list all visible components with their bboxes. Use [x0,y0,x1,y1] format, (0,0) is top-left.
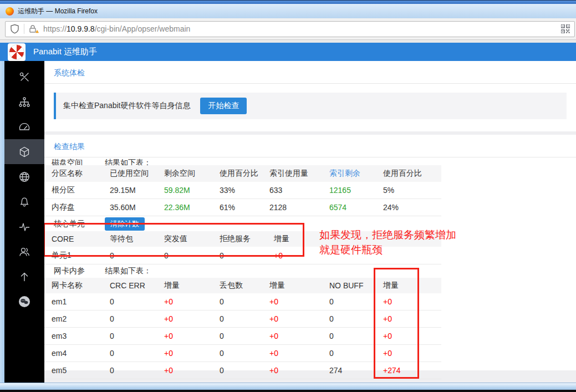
col-header-link[interactable]: 索引剩余 [329,169,383,179]
nic-section-row: 网卡内参 结果如下表： [44,264,576,278]
tracking-protection-shield-icon[interactable] [10,24,19,34]
col-header: 增量 [164,281,220,291]
col-header: CORE [52,235,110,243]
sidebar-item-dashboard[interactable] [4,114,44,139]
disk-space-clipped-row: 磁盘空间 结果如下表： [44,157,576,165]
col-header: 网卡名称 [52,281,110,291]
sidebar-item-upload[interactable] [4,264,44,289]
users-icon [18,246,30,258]
col-header: CRC ERR [110,281,164,290]
qr-code-icon[interactable] [561,24,570,33]
url-path: /cgi-bin/App/opser/webmain [95,24,191,33]
urlbar-separator [24,24,24,34]
table-row: em1 0 +0 0 +0 0 +0 [44,293,441,310]
col-header: 丢包数 [220,281,269,291]
sidebar-item-topology[interactable] [4,89,44,114]
col-header: NO BUFF [329,281,383,290]
col-header: 增量 [269,281,329,291]
sidebar-item-monitor[interactable] [4,214,44,239]
window-bottom-border [0,383,576,392]
pulse-icon [18,221,30,233]
system-check-card: 系统体检 集中检查Panabit硬件软件等自身信息 开始检查 [44,61,576,131]
table-row: em4 0 +0 0 +0 0 +0 [44,345,441,362]
url-text[interactable]: https://10.9.9.8/cgi-bin/App/opser/webma… [43,24,190,33]
nic-label: 网卡内参 [54,266,105,276]
clear-count-button[interactable]: 清除计数 [105,217,145,231]
results-title: 检查结果 [44,135,576,157]
sidebar-item-alerts[interactable] [4,189,44,214]
col-header: 索引使用量 [269,169,329,179]
url-host: 10.9.9.8 [67,24,95,33]
table-row: em3 0 +0 0 +0 0 +0 [44,328,441,345]
results-card: 检查结果 磁盘空间 结果如下表： 分区名称 已使用空间 剩余空间 使用百分比 索… [44,135,576,370]
table-row: 根分区 29.15M 59.82M 33% 633 12165 5% [44,182,441,199]
core-table: CORE 等待包 突发值 拒绝服务 增量 单元1 0 0 0 +0 [44,231,576,264]
table-row: em5 0 +0 0 +0 274 +274 [44,362,441,379]
table-row: 内存盘 35.60M 22.36M 61% 2128 6574 24% [44,199,441,216]
disk-space-note: 结果如下表： [105,157,151,165]
col-header: 使用百分比 [220,169,269,179]
start-check-button[interactable]: 开始检查 [200,98,247,114]
col-header: 分区名称 [52,169,110,179]
core-section-row: 核心单元 清除计数 [44,216,576,231]
sidebar-item-users[interactable] [4,239,44,264]
tools-icon [18,71,30,83]
window-titlebar[interactable]: 运维助手 — Mozilla Firefox [0,4,576,18]
annotation-text: 如果发现，拒绝服务频繁增加 就是硬件瓶颈 [319,227,456,257]
browser-window: 运维助手 — Mozilla Firefox https://10.9.9.8/… [0,0,576,392]
col-header: 剩余空间 [164,169,220,179]
window-top-border [0,0,576,4]
wechat-icon [18,295,31,308]
col-header: 已使用空间 [110,169,164,179]
table-row: em2 0 +0 0 +0 0 +0 [44,310,441,328]
dashboard-icon [18,121,30,133]
sidebar-nav [4,61,44,383]
app-header: Panabit 运维助手 [0,43,576,61]
sidebar-item-network[interactable] [4,164,44,189]
disk-table-header: 分区名称 已使用空间 剩余空间 使用百分比 索引使用量 索引剩余 使用百分比 [44,165,441,182]
col-header: 突发值 [164,234,220,244]
firefox-icon [6,7,14,16]
url-bar[interactable]: https://10.9.9.8/cgi-bin/App/opser/webma… [5,21,575,37]
col-header: 使用百分比 [383,169,441,179]
sidebar-item-system-check[interactable] [4,139,44,164]
app-brand-title: Panabit 运维助手 [33,47,97,57]
nic-table-header: 网卡名称 CRC ERR 增量 丢包数 增量 NO BUFF 增量 [44,278,441,293]
disk-space-label: 磁盘空间 [52,157,105,165]
main-content: 系统体检 集中检查Panabit硬件软件等自身信息 开始检查 检查结果 磁盘空间… [44,61,576,383]
system-check-title: 系统体检 [44,61,576,84]
sidebar-item-wechat[interactable] [4,289,44,314]
nic-note: 结果如下表： [105,266,151,276]
system-check-info-box: 集中检查Panabit硬件软件等自身信息 开始检查 [54,93,567,119]
window-left-border [0,61,4,383]
globe-icon [18,171,30,183]
panabit-logo [8,43,26,61]
nic-table: 网卡名称 CRC ERR 增量 丢包数 增量 NO BUFF 增量 em1 0 … [44,278,576,379]
bell-icon [18,196,30,208]
cube-icon [18,146,30,158]
window-title: 运维助手 — Mozilla Firefox [18,7,98,16]
browser-toolbar: https://10.9.9.8/cgi-bin/App/opser/webma… [0,18,576,39]
insecure-lock-icon[interactable] [29,24,39,33]
col-header: 增量 [383,281,441,291]
sidebar-item-tools[interactable] [4,64,44,89]
core-label: 核心单元 [54,219,105,229]
upload-icon [18,271,30,283]
annotation-line2: 就是硬件瓶颈 [319,242,456,257]
col-header: 拒绝服务 [220,234,274,244]
umbrella-logo-icon [9,44,24,60]
system-check-info-text: 集中检查Panabit硬件软件等自身信息 [63,101,190,111]
disk-table: 分区名称 已使用空间 剩余空间 使用百分比 索引使用量 索引剩余 使用百分比 根… [44,165,576,216]
topology-icon [18,96,30,108]
annotation-line1: 如果发现，拒绝服务频繁增加 [319,227,456,242]
col-header: 等待包 [110,234,164,244]
url-scheme: https:// [43,24,67,33]
